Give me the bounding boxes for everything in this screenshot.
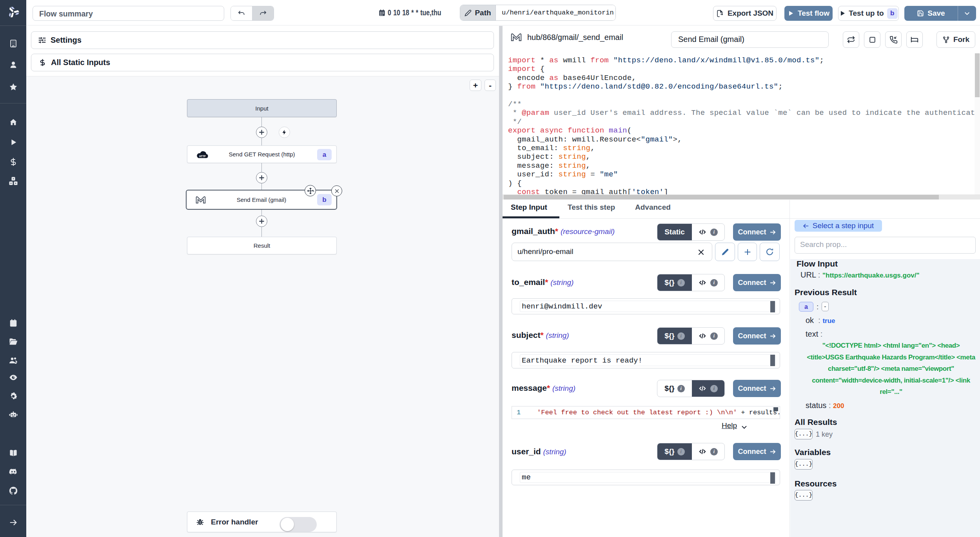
svg-text:HTTP: HTTP bbox=[199, 155, 206, 158]
